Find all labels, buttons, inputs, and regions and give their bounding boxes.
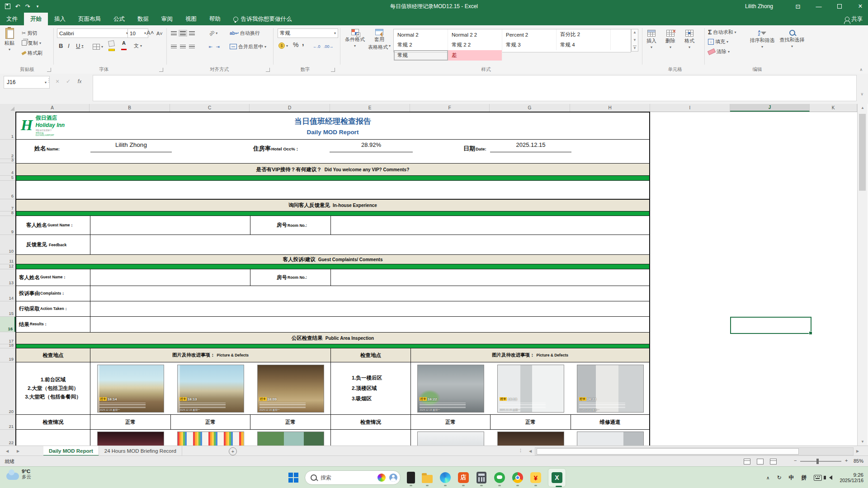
insp-row2-loc-cell-right[interactable] [331,430,411,446]
zoom-slider-thumb[interactable] [816,459,819,464]
feedback-label-cell[interactable]: 反馈意见Feedback [16,235,90,254]
style-bad[interactable]: 差 [448,50,502,61]
complaint-reason-value-cell[interactable] [90,286,649,301]
tray-hidden-icons-chevron[interactable]: ∧ [766,475,769,480]
taskbar-app-orange[interactable]: 店 [458,472,469,483]
horizontal-scroll-thumb[interactable] [537,448,799,455]
style-changgui4[interactable]: 常规 4 [557,40,611,50]
new-sheet-icon[interactable]: + [229,447,237,455]
complaint-guest-label-cell[interactable]: 客人姓名Guest Name： [16,269,90,286]
tab-help[interactable]: 帮助 [203,13,227,25]
photo-partial-3[interactable] [257,432,324,446]
row-header-12[interactable]: 12 [0,264,15,269]
tab-view[interactable]: 视图 [179,13,203,25]
report-header-row[interactable]: H 假日酒店 Holiday Inn 洲际酒店集团旗下 贵阳机场 GUIYANG… [15,112,650,140]
zoom-level[interactable]: 85% [854,458,863,464]
comma-style-button[interactable]: , [302,39,304,47]
section-vip[interactable]: 是否有VIP接待？有何建议？Did You welcome any VIP? C… [15,163,650,176]
conditional-formatting-button[interactable]: 条件格式▾ [344,29,365,48]
row-header-10[interactable]: 10 [0,235,15,254]
underline-button[interactable]: U▾ [76,42,83,50]
bold-button[interactable]: B [59,42,63,50]
col-header-B[interactable]: B [90,104,170,112]
row-header-16-selected[interactable]: 16 [0,317,15,332]
style-normal22[interactable]: Normal 2 2 [448,29,502,40]
styles-gallery-scroll[interactable]: ▲▼▼ [631,29,638,52]
vertical-scroll-thumb[interactable] [859,114,866,191]
row-header-4[interactable]: 4 [0,163,15,176]
section-complaints[interactable]: 客人投诉/建议Guest Complaints/ Comments [15,254,650,264]
normal-view-icon[interactable] [744,459,750,465]
photo-partial-6[interactable] [577,432,644,446]
page-layout-view-icon[interactable] [757,459,764,465]
taskbar-excel-active[interactable]: X [548,468,566,487]
tray-ime-mode[interactable]: 中 [788,474,794,482]
col-header-C[interactable]: C [170,104,250,112]
format-painter-button[interactable]: 格式刷 [22,49,42,57]
guest-name-value-cell[interactable] [90,216,250,235]
tray-keyboard-icon[interactable] [814,475,822,481]
occ-value[interactable]: 28.92% [330,141,413,152]
horizontal-scrollbar[interactable] [535,447,854,455]
borders-button[interactable]: ▾ [93,42,103,51]
clear-button[interactable]: 清除▾ [708,47,730,56]
page-break-view-icon[interactable] [770,459,777,465]
insp-right-locations-cell[interactable]: 1.负一楼后区 2.顶楼区域 3.吸烟区 [331,362,411,414]
tab-page-layout[interactable]: 页面布局 [72,13,107,25]
row-header-20[interactable]: 20 [0,362,15,415]
vertical-align-buttons[interactable] [171,29,195,37]
photo-partial-5[interactable] [497,432,564,446]
insert-function-icon[interactable]: fx [74,76,85,87]
hscroll-left-icon[interactable]: ◀ [527,447,533,455]
tell-me-box[interactable]: 告诉我你想要做什么 [227,13,298,25]
insp-row2-loc-cell[interactable] [16,430,90,446]
taskbar-chrome[interactable] [512,472,524,483]
cell-styles-gallery[interactable]: Normal 2 Normal 2 2 Percent 2 百分比 2 常规 2… [393,29,631,52]
decrease-decimal-icon[interactable]: .00→ [324,42,334,51]
status-c21[interactable]: 正常 [171,415,250,429]
autosum-button[interactable]: Σ自动求和▾ [708,28,736,36]
status-b21[interactable]: 正常 [90,415,171,429]
taskbar-calculator[interactable] [476,472,487,483]
clipboard-dialog-launcher[interactable] [47,68,51,72]
style-normal2[interactable]: Normal 2 [394,29,448,40]
increase-decimal-icon[interactable]: ←.0 [313,42,321,51]
section-public-area[interactable]: 公区检查结果Public Area Inspection [15,332,650,344]
tray-clock[interactable]: 9:26 2025/12/16 [840,472,863,483]
row-header-14[interactable]: 14 [0,286,15,301]
taskbar-app-dark[interactable] [407,472,415,483]
view-shortcuts[interactable] [744,459,777,465]
row-header-22[interactable]: 22 [0,430,15,446]
insp-pictures-header-left[interactable]: 图片及待改进事项：Picture & Defects [90,348,331,362]
taskbar-file-explorer[interactable] [421,472,433,483]
col-header-E[interactable]: E [330,104,410,112]
copy-button[interactable]: 复制▾ [22,39,41,47]
row-header-13[interactable]: 13 [0,269,15,286]
row-header-2[interactable]: 2 [0,140,15,159]
zoom-out-icon[interactable]: − [794,458,797,463]
accounting-format-button[interactable]: $▾ [278,42,288,50]
taskbar-app-yen[interactable]: ¥ [530,472,542,483]
date-value[interactable]: 2025.12.15 [490,141,571,152]
status-d21[interactable]: 正常 [250,415,331,429]
col-header-K[interactable]: K [810,104,857,112]
photo-roof-area[interactable]: 打卡16:18 2025.12.15 星期一 [497,365,564,413]
complaint-room-label-cell[interactable]: 房号Room No.: [250,269,331,286]
insp-location-header-left[interactable]: 检查地点 [16,348,90,362]
results-label-cell[interactable]: 结果Results： [16,317,90,332]
results-value-cell[interactable] [90,317,649,332]
taskbar-edge[interactable] [439,472,451,483]
close-icon[interactable]: × [853,0,868,13]
ribbon-display-options-icon[interactable]: ⊡ [790,0,806,13]
info-fields-row[interactable]: 姓名Name: Lilith Zhong 住房率Hotel Occ%： 28.9… [15,140,650,163]
col-header-H[interactable]: H [570,104,650,112]
zoom-in-icon[interactable]: + [845,458,848,463]
photo-partial-2[interactable] [177,432,244,446]
tray-speaker-icon[interactable] [829,475,832,480]
complaint-reason-label-cell[interactable]: 投诉事由Complaints： [16,286,90,301]
tab-insert[interactable]: 插入 [48,13,72,25]
font-color-button[interactable]: A [121,41,127,51]
photo-basement-back[interactable]: 打卡16:22 2025.12.15 星期一 [417,365,484,413]
expand-formula-bar-icon[interactable]: ∨ [860,92,863,96]
sheet-nav-left-icon[interactable]: ◀ [3,446,12,456]
